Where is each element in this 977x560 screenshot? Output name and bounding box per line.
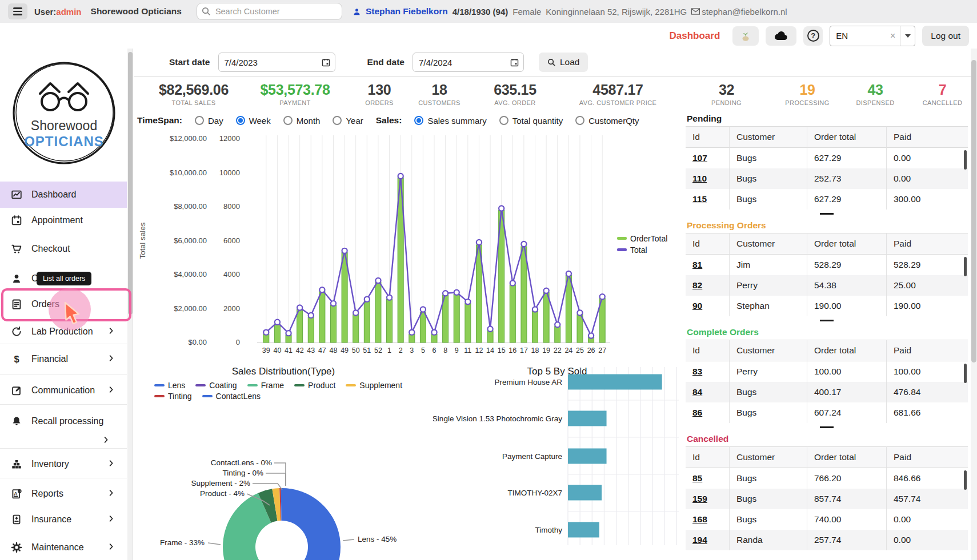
table-cell: 300.00 (894, 194, 920, 204)
order-id-link[interactable]: 168 (692, 514, 707, 524)
timespan-option-year[interactable]: Year (333, 116, 363, 126)
legend-item-frame[interactable]: Frame (247, 381, 284, 390)
search-customer-input[interactable] (197, 3, 342, 20)
sales-option-total-quantity[interactable]: Total quantity (499, 116, 563, 126)
column-header: Order total (807, 126, 886, 148)
calendar-icon[interactable] (321, 58, 331, 67)
order-id-link[interactable]: 83 (692, 366, 702, 376)
table-cell: Bugs (736, 408, 756, 417)
patient-name[interactable]: Stephan Fiebelkorn (366, 6, 448, 17)
svg-text:15: 15 (498, 347, 506, 354)
table-resize-handle[interactable] (820, 213, 834, 215)
expand-chevron[interactable] (102, 436, 110, 446)
table-row: 84Bugs400.17476.84 (686, 382, 968, 402)
sales-option-sales-summary[interactable]: Sales summary (414, 116, 486, 126)
kpi-value: 7 (910, 82, 975, 98)
timespan-option-week[interactable]: Week (236, 116, 271, 126)
table-resize-handle[interactable] (820, 320, 834, 321)
hamburger-menu-icon[interactable] (8, 3, 27, 19)
plant-button[interactable] (732, 26, 759, 46)
page-title[interactable]: Dashboard (669, 30, 720, 42)
timespan-option-day[interactable]: Day (195, 116, 223, 126)
order-id-link[interactable]: 115 (692, 194, 707, 204)
language-dropdown-toggle[interactable] (900, 26, 915, 46)
svg-text:1: 1 (387, 347, 391, 354)
end-date-input[interactable] (413, 53, 524, 72)
order-id-link[interactable]: 86 (692, 408, 702, 417)
table-scrollbar-thumb[interactable] (964, 364, 967, 383)
table-scrollbar-thumb[interactable] (964, 150, 967, 170)
sidebar-item-orders[interactable]: Orders (0, 291, 127, 317)
expand-chevron[interactable] (107, 489, 115, 499)
sidebar-item-insurance[interactable]: Insurance (0, 506, 127, 533)
calendar-icon[interactable] (510, 58, 519, 67)
table-scrollbar-thumb[interactable] (964, 257, 967, 276)
expand-chevron[interactable] (107, 542, 115, 553)
kpi-label: TOTAL SALES (151, 99, 237, 106)
sidebar-item-financial[interactable]: $Financial (0, 346, 127, 372)
column-header: Id (686, 446, 729, 468)
svg-text:5: 5 (421, 347, 425, 354)
legend-item-lens[interactable]: Lens (154, 381, 185, 390)
sidebar-item-label: Insurance (31, 514, 71, 525)
order-id-link[interactable]: 110 (692, 174, 707, 183)
legend-swatch (346, 384, 356, 386)
sidebar-item-communication[interactable]: Communication (0, 377, 127, 404)
column-header: Id (686, 126, 729, 148)
expand-chevron[interactable] (107, 385, 115, 396)
timespan-option-month[interactable]: Month (283, 116, 321, 126)
table-scrollbar-thumb[interactable] (964, 470, 967, 490)
page-scrollbar[interactable] (971, 49, 977, 560)
order-id-link[interactable]: 107 (692, 153, 707, 163)
sidebar-item-appointment[interactable]: Appointment (0, 207, 127, 233)
orders-table: IdCustomerOrder totalPaid85Bugs766.20846… (686, 446, 968, 550)
order-id-link[interactable]: 81 (692, 260, 702, 269)
svg-text:Product - 4%: Product - 4% (200, 489, 245, 498)
table-cell: 54.38 (814, 280, 836, 290)
order-id-link[interactable]: 84 (692, 387, 702, 397)
order-id-link[interactable]: 194 (692, 535, 707, 545)
legend-item-tinting[interactable]: Tinting (154, 392, 192, 401)
sidebar-item-label: Lab Production (31, 327, 93, 337)
sidebar-item-recall-processing[interactable]: Recall processing (0, 408, 127, 434)
order-id-link[interactable]: 85 (692, 473, 702, 483)
sidebar-item-inventory[interactable]: Inventory (0, 451, 127, 477)
order-id-link[interactable]: 90 (692, 301, 702, 311)
logout-button[interactable]: Log out (922, 26, 969, 46)
page-scrollbar-thumb[interactable] (971, 60, 976, 362)
start-date-input[interactable] (218, 53, 335, 72)
radio-unchecked-icon (575, 116, 584, 125)
sidebar-item-maintenance[interactable]: Maintenance (0, 534, 127, 560)
sidebar-item-label: Reports (31, 489, 63, 499)
kpi-label: CANCELLED (910, 99, 975, 106)
legend-swatch (247, 384, 258, 386)
question-mark-icon: ? (807, 30, 819, 42)
sales-option-customerqty[interactable]: CustomerQty (575, 116, 639, 126)
sidebar-item-lab-production[interactable]: Lab Production (0, 319, 127, 345)
table-resize-handle[interactable] (820, 426, 834, 428)
sidebar-item-dashboard[interactable]: Dashboard (0, 182, 127, 208)
expand-chevron[interactable] (107, 514, 115, 525)
cloud-button[interactable] (766, 26, 796, 46)
help-button[interactable]: ? (803, 26, 823, 46)
legend-item-coating[interactable]: Coating (195, 381, 237, 390)
language-select[interactable]: EN × (830, 26, 915, 46)
order-id-link[interactable]: 82 (692, 280, 702, 290)
order-id-link[interactable]: 159 (692, 494, 707, 503)
expand-chevron[interactable] (107, 327, 115, 337)
legend-item-product[interactable]: Product (294, 381, 335, 390)
sidebar-scrollbar[interactable] (127, 49, 133, 560)
expand-chevron[interactable] (107, 354, 115, 365)
legend-item-contactlens[interactable]: ContactLens (202, 392, 261, 401)
sidebar-item-label: Financial (31, 354, 68, 364)
clear-language-icon[interactable]: × (886, 31, 900, 41)
sidebar-item-reports[interactable]: AReports (0, 481, 127, 507)
legend-item-supplement[interactable]: Supplement (346, 381, 402, 390)
column-header: Paid (886, 340, 968, 361)
sidebar-scrollbar-thumb[interactable] (128, 52, 133, 315)
svg-text:SV Single Vision 1.53 Photochr: SV Single Vision 1.53 Photochromic Gray (433, 414, 562, 423)
sidebar-item-checkout[interactable]: Checkout (0, 236, 127, 262)
user-name: admin (56, 7, 81, 17)
expand-chevron[interactable] (107, 459, 115, 470)
load-button[interactable]: Load (539, 53, 588, 72)
